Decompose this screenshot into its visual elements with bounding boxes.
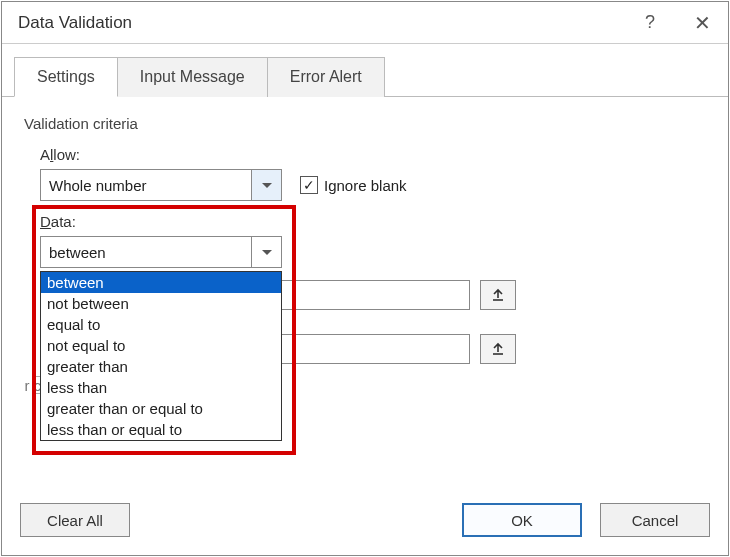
allow-row: Whole number ✓ Ignore blank <box>40 169 706 201</box>
data-option[interactable]: less than <box>41 377 281 398</box>
data-option[interactable]: greater than <box>41 356 281 377</box>
data-combobox[interactable]: between <box>40 236 282 268</box>
cancel-button[interactable]: Cancel <box>600 503 710 537</box>
help-button[interactable]: ? <box>624 2 676 44</box>
data-block: Data: between betweennot betweenequal to… <box>40 213 706 268</box>
allow-combobox[interactable]: Whole number <box>40 169 282 201</box>
data-option[interactable]: not between <box>41 293 281 314</box>
data-label: Data: <box>40 213 706 230</box>
data-option[interactable]: between <box>41 272 281 293</box>
chevron-down-icon <box>262 183 272 188</box>
validation-criteria-label: Validation criteria <box>24 115 706 132</box>
data-option[interactable]: not equal to <box>41 335 281 356</box>
allow-label: Allow: <box>40 146 706 163</box>
title-bar: Data Validation ? ✕ <box>2 2 728 44</box>
allow-dropdown-arrow[interactable] <box>251 170 281 200</box>
data-option[interactable]: equal to <box>41 314 281 335</box>
tab-error-alert[interactable]: Error Alert <box>267 57 385 97</box>
collapse-dialog-icon <box>491 342 505 356</box>
tab-settings[interactable]: Settings <box>14 57 118 97</box>
chevron-down-icon <box>262 250 272 255</box>
data-dropdown-arrow[interactable] <box>251 237 281 267</box>
minimum-ref-button[interactable] <box>480 280 516 310</box>
data-dropdown-list[interactable]: betweennot betweenequal tonot equal togr… <box>40 271 282 441</box>
settings-panel: Validation criteria Allow: Whole number … <box>2 97 728 493</box>
dialog-footer: Clear All OK Cancel <box>2 493 728 555</box>
data-value: between <box>41 244 251 261</box>
tab-strip: Settings Input Message Error Alert <box>2 44 728 97</box>
allow-block: Allow: Whole number ✓ Ignore blank <box>40 146 706 201</box>
maximum-ref-button[interactable] <box>480 334 516 364</box>
collapse-dialog-icon <box>491 288 505 302</box>
data-option[interactable]: greater than or equal to <box>41 398 281 419</box>
clear-all-button[interactable]: Clear All <box>20 503 130 537</box>
ok-button[interactable]: OK <box>462 503 582 537</box>
ignore-blank-label: Ignore blank <box>324 177 407 194</box>
dialog-window: Data Validation ? ✕ Settings Input Messa… <box>1 1 729 556</box>
allow-value: Whole number <box>41 177 251 194</box>
tab-input-message[interactable]: Input Message <box>117 57 268 97</box>
close-button[interactable]: ✕ <box>676 2 728 44</box>
ignore-blank-checkbox[interactable]: ✓ Ignore blank <box>300 176 407 194</box>
data-option[interactable]: less than or equal to <box>41 419 281 440</box>
checkbox-icon: ✓ <box>300 176 318 194</box>
window-title: Data Validation <box>18 13 624 33</box>
